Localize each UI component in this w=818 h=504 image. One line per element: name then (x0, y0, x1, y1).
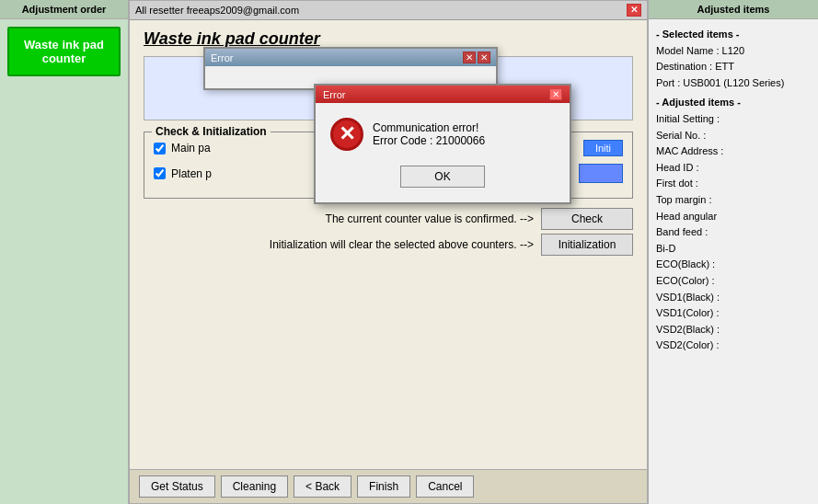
error-dialog-titlebar: Error ✕ (316, 86, 570, 103)
vsd1-black: VSD1(Black) : (656, 290, 811, 306)
cancel-btn[interactable]: Cancel (416, 475, 474, 498)
vsd1-color: VSD1(Color) : (656, 305, 811, 322)
vsd2-black: VSD2(Black) : (656, 322, 811, 338)
error-ok-btn[interactable]: OK (400, 166, 484, 188)
error-dialog-title: Error (323, 89, 345, 100)
selected-items-label: - Selected items - (656, 27, 811, 43)
destination: Destination : ETT (656, 59, 811, 75)
model-name: Model Name : L120 (656, 43, 811, 60)
init-action-text: Initialization will clear the selected a… (144, 238, 541, 251)
bg-dialog-close-2[interactable]: ✕ (478, 52, 490, 63)
error-message-1: Communication error! (373, 121, 485, 134)
error-icon: ✕ (330, 118, 363, 151)
mac-address: MAC Address : (656, 143, 811, 160)
page-title: Waste ink pad counter (144, 29, 633, 49)
port: Port : USB001 (L120 Series) (656, 75, 811, 92)
main-window-title: All resetter freeaps2009@gmail.com (135, 5, 299, 16)
top-margin: Top margin : (656, 192, 811, 209)
get-status-btn[interactable]: Get Status (139, 475, 215, 498)
first-dot: First dot : (656, 176, 811, 192)
platen-pad-checkbox[interactable] (154, 167, 166, 179)
eco-color: ECO(Color) : (656, 273, 811, 290)
main-content: All resetter freeaps2009@gmail.com ✕ Was… (129, 0, 648, 504)
finish-btn[interactable]: Finish (357, 475, 410, 498)
initial-setting: Initial Setting : (656, 111, 811, 128)
bi-d: Bi-D (656, 241, 811, 258)
waste-ink-pad-counter-btn[interactable]: Waste ink pad counter (7, 27, 121, 76)
right-sidebar: Adjusted items - Selected items - Model … (648, 0, 818, 504)
error-icon-row: ✕ Communication error! Error Code : 2100… (330, 118, 485, 151)
error-message-2: Error Code : 21000066 (373, 134, 485, 147)
check-action-row: The current counter value is confirmed. … (144, 208, 633, 230)
main-close-btn[interactable]: ✕ (627, 4, 641, 17)
error-dialog-content: ✕ Communication error! Error Code : 2100… (316, 103, 570, 202)
main-titlebar: All resetter freeaps2009@gmail.com ✕ (130, 1, 647, 20)
eco-black: ECO(Black) : (656, 257, 811, 273)
error-dialog-close-btn[interactable]: ✕ (549, 88, 562, 100)
platen-pad-init-btn[interactable] (579, 164, 623, 183)
adjustment-order-title: Adjustment order (0, 0, 128, 19)
main-pad-init-btn[interactable]: Initi (583, 140, 623, 156)
error-dialog: Error ✕ ✕ Communication error! Error Cod… (314, 84, 571, 204)
serial-no: Serial No. : (656, 128, 811, 144)
back-btn[interactable]: < Back (294, 475, 351, 498)
cleaning-btn[interactable]: Cleaning (221, 475, 288, 498)
vsd2-color: VSD2(Color) : (656, 338, 811, 354)
check-action-text: The current counter value is confirmed. … (144, 212, 541, 225)
band-feed: Band feed : (656, 224, 811, 241)
bg-dialog-titlebar: Error ✕ ✕ (205, 49, 496, 66)
bg-dialog-title: Error (211, 52, 233, 63)
init-action-row: Initialization will clear the selected a… (144, 234, 633, 256)
adjusted-items-title: Adjusted items (649, 0, 818, 19)
left-sidebar: Adjustment order Waste ink pad counter (0, 0, 129, 504)
initialization-btn[interactable]: Initialization (541, 234, 633, 256)
adjusted-items-label: - Adjusted items - (656, 95, 811, 111)
right-sidebar-content: - Selected items - Model Name : L120 Des… (649, 19, 818, 504)
head-angular: Head angular (656, 209, 811, 225)
footer-bar: Get Status Cleaning < Back Finish Cancel (130, 469, 647, 503)
check-group-legend: Check & Initialization (152, 125, 271, 138)
main-pad-checkbox[interactable] (154, 143, 166, 155)
bg-dialog-close-1[interactable]: ✕ (463, 52, 476, 63)
head-id: Head ID : (656, 160, 811, 177)
check-btn[interactable]: Check (541, 208, 633, 230)
error-message-block: Communication error! Error Code : 210000… (373, 121, 485, 147)
